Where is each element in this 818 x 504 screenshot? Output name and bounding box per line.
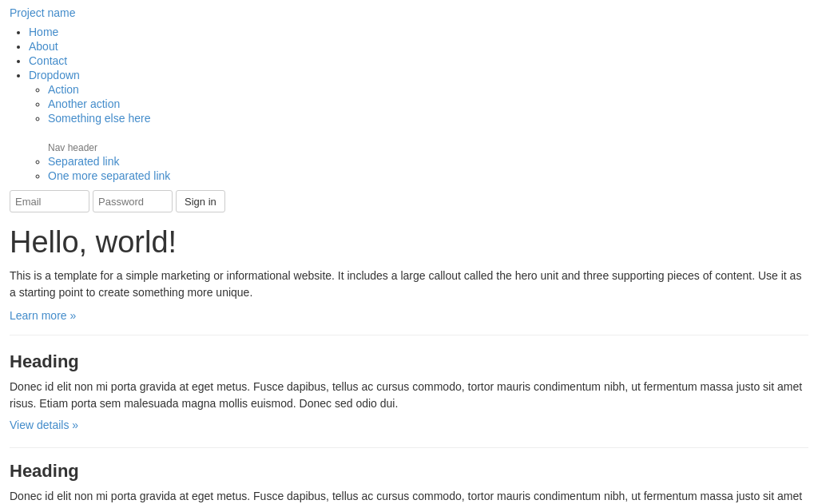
hero-description: This is a template for a simple marketin… <box>10 268 808 301</box>
main-nav: Home About Contact Dropdown Action Anoth… <box>10 26 808 182</box>
email-input[interactable] <box>10 190 89 212</box>
password-input[interactable] <box>93 190 173 212</box>
nav-link-about[interactable]: About <box>29 40 58 53</box>
nav-link-contact[interactable]: Contact <box>29 54 67 67</box>
section-body-0: Donec id elit non mi porta gravida at eg… <box>10 379 808 412</box>
dropdown-link-something-else[interactable]: Something else here <box>48 112 150 125</box>
signin-form: Sign in <box>10 190 808 212</box>
dropdown-link-action[interactable]: Action <box>48 83 79 96</box>
section-body-1: Donec id elit non mi porta gravida at eg… <box>10 488 808 504</box>
signin-button[interactable]: Sign in <box>176 190 225 212</box>
project-name-anchor[interactable]: Project name <box>10 6 75 19</box>
dropdown-divider <box>48 126 808 139</box>
hero-learn-more[interactable]: Learn more » <box>10 309 76 322</box>
nav-link-home[interactable]: Home <box>29 26 58 38</box>
dropdown-menu: Action Another action Something else her… <box>29 83 808 182</box>
dropdown-item-one-more-separated: One more separated link <box>48 169 808 182</box>
nav-link-dropdown[interactable]: Dropdown <box>29 69 80 81</box>
dropdown-link-another-action[interactable]: Another action <box>48 97 120 110</box>
content-section-1: HeadingDonec id elit non mi porta gravid… <box>10 461 808 504</box>
content-sections: HeadingDonec id elit non mi porta gravid… <box>10 351 808 504</box>
dropdown-link-separated[interactable]: Separated link <box>48 155 120 168</box>
content-section-0: HeadingDonec id elit non mi porta gravid… <box>10 351 808 431</box>
nav-list: Home About Contact Dropdown Action Anoth… <box>10 26 808 182</box>
dropdown-item-another-action: Another action <box>48 97 808 110</box>
nav-item-home: Home <box>29 26 808 38</box>
section-heading-1: Heading <box>10 461 808 482</box>
dropdown-link-one-more-separated[interactable]: One more separated link <box>48 169 170 182</box>
dropdown-nav-header: Nav header <box>48 140 97 156</box>
dropdown-item-separated-link: Separated link <box>48 155 808 168</box>
section-link-0[interactable]: View details » <box>10 419 78 431</box>
hero-section: Hello, world! This is a template for a s… <box>10 225 808 335</box>
nav-item-contact: Contact <box>29 54 808 67</box>
hero-heading: Hello, world! <box>10 225 808 260</box>
section-heading-0: Heading <box>10 351 808 372</box>
nav-item-dropdown: Dropdown Action Another action Something… <box>29 69 808 182</box>
project-name-link[interactable]: Project name <box>10 6 808 19</box>
dropdown-item-action: Action <box>48 83 808 96</box>
nav-item-about: About <box>29 40 808 53</box>
section-divider <box>10 447 808 448</box>
dropdown-header: Nav header <box>48 141 808 153</box>
dropdown-item-something-else: Something else here <box>48 112 808 125</box>
